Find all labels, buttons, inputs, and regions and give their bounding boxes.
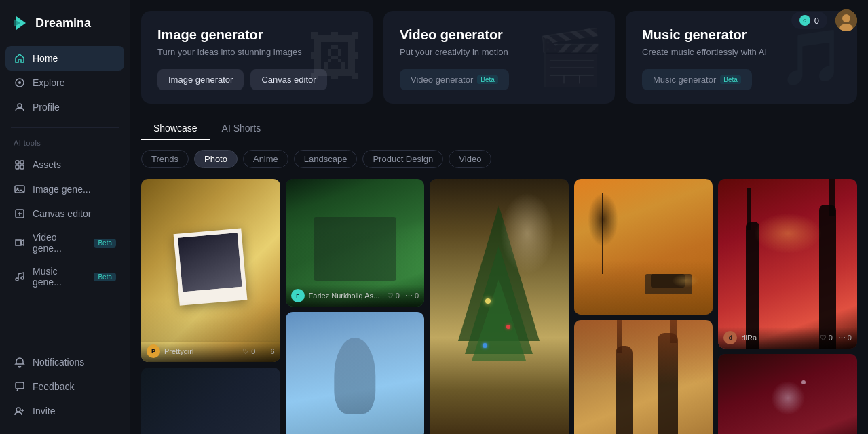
sidebar-item-explore[interactable]: Explore xyxy=(5,71,124,95)
image-card-4-2[interactable] xyxy=(574,320,713,434)
sidebar-label-image-gen: Image gene... xyxy=(33,184,91,195)
image-gen-title: Image generator xyxy=(157,27,356,43)
filter-product-design[interactable]: Product Design xyxy=(362,150,443,168)
logo[interactable]: Dreamina xyxy=(0,8,130,43)
svg-point-15 xyxy=(16,278,18,281)
sidebar-item-assets[interactable]: Assets xyxy=(5,153,124,177)
sidebar-item-profile[interactable]: Profile xyxy=(5,95,124,119)
music-gen-icon xyxy=(14,271,26,283)
image-card-2-1[interactable]: F Fariez Nurkholiq As... ♡ 0 ⋯ 0 xyxy=(286,179,425,307)
user-avatar[interactable] xyxy=(835,9,857,31)
canvas-icon xyxy=(14,208,26,220)
svg-point-18 xyxy=(16,408,20,412)
sidebar-label-video-gen: Video gene... xyxy=(33,232,87,254)
image-card-1-1[interactable]: P Prettygirl ♡ 0 ⋯ 6 xyxy=(141,179,280,362)
sidebar-label-canvas: Canvas editor xyxy=(33,208,91,219)
sidebar-item-music-gen[interactable]: Music gene... Beta xyxy=(5,260,124,294)
feedback-icon xyxy=(14,380,26,393)
stats-prettygirl: ♡ 0 ⋯ 6 xyxy=(242,347,274,356)
tab-ai-shorts[interactable]: AI Shorts xyxy=(210,117,273,140)
username-fariez: Fariez Nurkholiq As... xyxy=(309,292,383,300)
sidebar-label-explore: Explore xyxy=(33,77,64,88)
image-col-2: F Fariez Nurkholiq As... ♡ 0 ⋯ 0 xyxy=(286,179,425,434)
filter-landscape[interactable]: Landscape xyxy=(294,150,358,168)
credits-display: ○ 0 xyxy=(791,12,827,29)
explore-icon xyxy=(14,77,26,89)
image-col-3 xyxy=(430,179,569,434)
svg-point-16 xyxy=(21,277,24,279)
video-gen-button[interactable]: Video generator Beta xyxy=(400,69,509,90)
image-gen-button[interactable]: Image generator xyxy=(157,69,244,90)
sidebar-label-invite: Invite xyxy=(33,406,55,416)
canvas-editor-button[interactable]: Canvas editor xyxy=(250,69,326,90)
video-gen-beta: Beta xyxy=(94,239,116,248)
username-prettygirl: Prettygirl xyxy=(164,347,238,355)
music-gen-btn-label: Music generator xyxy=(653,75,716,85)
avatar-prettygirl: P xyxy=(147,344,160,358)
filter-video[interactable]: Video xyxy=(449,150,491,168)
svg-rect-10 xyxy=(16,165,19,169)
image-card-5-1[interactable]: d diRa ♡ 0 ⋯ 0 xyxy=(718,179,857,349)
sidebar-label-assets: Assets xyxy=(33,159,61,170)
assets-icon xyxy=(14,159,26,171)
bell-icon xyxy=(14,356,26,368)
video-generator-card: 🎬 Video generator Put your creativity in… xyxy=(383,11,615,104)
image-gen-icon xyxy=(14,183,26,195)
sidebar-label-feedback: Feedback xyxy=(33,381,74,392)
invite-icon xyxy=(14,405,26,417)
svg-rect-8 xyxy=(16,161,19,164)
image-col-5: d diRa ♡ 0 ⋯ 0 xyxy=(718,179,857,434)
avatar-dira: d xyxy=(723,331,737,344)
image-card-2-2[interactable] xyxy=(286,312,425,434)
credits-icon: ○ xyxy=(799,15,810,26)
image-col-4 xyxy=(574,179,713,434)
filter-photo[interactable]: Photo xyxy=(194,150,238,168)
stats-dira: ♡ 0 ⋯ 0 xyxy=(820,334,852,342)
filter-anime[interactable]: Anime xyxy=(243,150,288,168)
image-card-3-1[interactable] xyxy=(430,179,569,434)
profile-icon xyxy=(14,101,26,113)
svg-point-7 xyxy=(18,104,22,108)
sidebar-item-invite[interactable]: Invite xyxy=(5,399,124,423)
image-generator-card: 🖼 Image generator Turn your ideas into s… xyxy=(141,11,373,104)
svg-point-1 xyxy=(842,14,850,22)
svg-rect-17 xyxy=(16,382,24,389)
sidebar-item-canvas[interactable]: Canvas editor xyxy=(5,201,124,226)
image-card-4-1[interactable] xyxy=(574,179,713,315)
video-gen-icon xyxy=(14,237,26,249)
sidebar-item-image-gen[interactable]: Image gene... xyxy=(5,177,124,201)
music-gen-button[interactable]: Music generator Beta xyxy=(642,69,752,90)
image-card-1-2[interactable] xyxy=(141,368,280,434)
showcase-tabs: Showcase AI Shorts xyxy=(141,117,857,140)
music-gen-subtitle: Create music effortlessly with AI xyxy=(642,47,841,57)
sidebar-item-notifications[interactable]: Notifications xyxy=(5,350,124,374)
sidebar-item-video-gen[interactable]: Video gene... Beta xyxy=(5,226,124,260)
sidebar-label-notifications: Notifications xyxy=(33,357,84,368)
home-icon xyxy=(14,52,26,64)
image-col-1: P Prettygirl ♡ 0 ⋯ 6 xyxy=(141,179,280,434)
filter-trends[interactable]: Trends xyxy=(141,150,189,168)
generator-cards: 🖼 Image generator Turn your ideas into s… xyxy=(141,11,857,104)
ai-tools-label: AI tools xyxy=(0,134,130,150)
video-gen-btn-label: Video generator xyxy=(411,75,473,85)
video-gen-title: Video generator xyxy=(400,27,599,43)
image-grid: P Prettygirl ♡ 0 ⋯ 6 xyxy=(141,179,857,434)
logo-text: Dreamina xyxy=(35,16,91,31)
svg-point-6 xyxy=(18,81,21,84)
credits-count: 0 xyxy=(814,16,819,26)
svg-rect-11 xyxy=(20,165,24,169)
sidebar-item-feedback[interactable]: Feedback xyxy=(5,374,124,399)
tab-showcase[interactable]: Showcase xyxy=(141,117,210,140)
avatar-fariez: F xyxy=(291,289,305,302)
svg-rect-9 xyxy=(20,161,24,164)
image-gen-subtitle: Turn your ideas into stunning images xyxy=(157,47,356,57)
username-dira: diRa xyxy=(741,334,815,342)
stats-fariez: ♡ 0 ⋯ 0 xyxy=(387,292,419,300)
image-card-5-2[interactable] xyxy=(718,354,857,434)
sidebar-item-home[interactable]: Home xyxy=(5,46,124,71)
sidebar-label-home: Home xyxy=(33,53,58,64)
video-gen-btn-beta: Beta xyxy=(477,75,498,84)
filter-pills: Trends Photo Anime Landscape Product Des… xyxy=(141,150,857,168)
music-gen-btn-beta: Beta xyxy=(720,75,741,84)
sidebar-label-music-gen: Music gene... xyxy=(33,266,87,288)
